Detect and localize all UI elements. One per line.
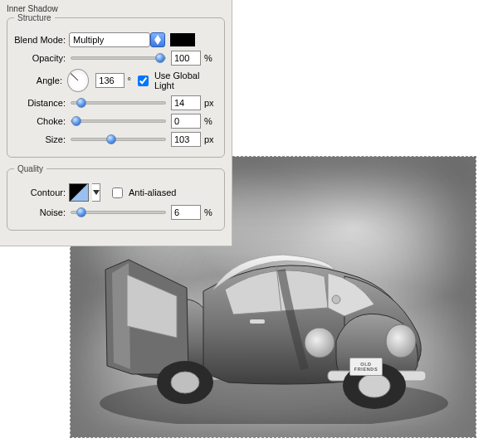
contour-label: Contour:: [14, 187, 66, 197]
choke-input[interactable]: 0: [171, 114, 201, 129]
noise-input[interactable]: 6: [171, 205, 201, 220]
structure-legend: Structure: [14, 13, 55, 22]
distance-label: Distance:: [14, 98, 66, 108]
angle-label: Angle:: [14, 75, 62, 85]
noise-row: Noise: 6 %: [14, 205, 217, 220]
noise-unit: %: [204, 207, 217, 217]
chevron-down-icon[interactable]: [92, 183, 100, 202]
svg-rect-12: [250, 319, 265, 324]
updown-icon[interactable]: [150, 32, 165, 47]
size-label: Size:: [14, 134, 66, 144]
size-input[interactable]: 103: [171, 132, 201, 147]
distance-input[interactable]: 14: [171, 95, 201, 110]
distance-row: Distance: 14 px: [14, 95, 217, 110]
noise-slider[interactable]: [71, 207, 166, 218]
anti-aliased-label: Anti-aliased: [129, 187, 176, 197]
choke-slider[interactable]: [71, 115, 166, 127]
opacity-unit: %: [204, 53, 217, 63]
plate-line2: FRIENDS: [354, 367, 378, 372]
size-slider[interactable]: [71, 134, 166, 145]
svg-marker-1: [154, 40, 161, 45]
contour-preview[interactable]: [69, 183, 89, 202]
use-global-light-label: Use Global Light: [154, 71, 217, 90]
structure-group: Structure Blend Mode: Multiply Opacity: …: [7, 13, 225, 158]
choke-label: Choke:: [14, 116, 66, 126]
license-plate: OLD FRIENDS: [349, 358, 383, 376]
choke-unit: %: [204, 116, 217, 126]
layer-style-panel: Inner Shadow Structure Blend Mode: Multi…: [0, 0, 232, 246]
distance-unit: px: [204, 98, 217, 108]
use-global-light-checkbox[interactable]: [138, 75, 149, 86]
quality-group: Quality Contour: Anti-aliased Noise: 6 %: [7, 164, 225, 231]
angle-dial[interactable]: [67, 69, 89, 92]
svg-point-13: [332, 295, 340, 304]
svg-point-11: [359, 374, 390, 397]
noise-label: Noise:: [14, 207, 66, 217]
blend-mode-label: Blend Mode:: [14, 35, 66, 45]
opacity-row: Opacity: 100 %: [14, 51, 217, 66]
opacity-label: Opacity:: [14, 53, 66, 63]
choke-row: Choke: 0 %: [14, 114, 217, 129]
shadow-color-swatch[interactable]: [170, 33, 195, 46]
svg-point-6: [305, 328, 334, 358]
contour-row: Contour: Anti-aliased: [14, 183, 217, 202]
svg-point-9: [171, 372, 199, 393]
opacity-slider[interactable]: [71, 52, 166, 64]
svg-point-7: [386, 324, 416, 358]
svg-marker-2: [93, 190, 100, 195]
quality-legend: Quality: [14, 164, 46, 173]
panel-title: Inner Shadow: [7, 4, 58, 13]
blend-mode-select[interactable]: Multiply: [69, 32, 150, 47]
size-unit: px: [204, 134, 217, 144]
angle-unit: °: [128, 75, 131, 85]
blend-mode-row: Blend Mode: Multiply: [14, 32, 217, 47]
anti-aliased-checkbox[interactable]: [112, 187, 123, 198]
opacity-input[interactable]: 100: [171, 51, 201, 66]
size-row: Size: 103 px: [14, 132, 217, 147]
distance-slider[interactable]: [71, 97, 166, 109]
angle-row: Angle: 136 ° Use Global Light: [14, 69, 217, 92]
angle-input[interactable]: 136: [95, 73, 124, 88]
